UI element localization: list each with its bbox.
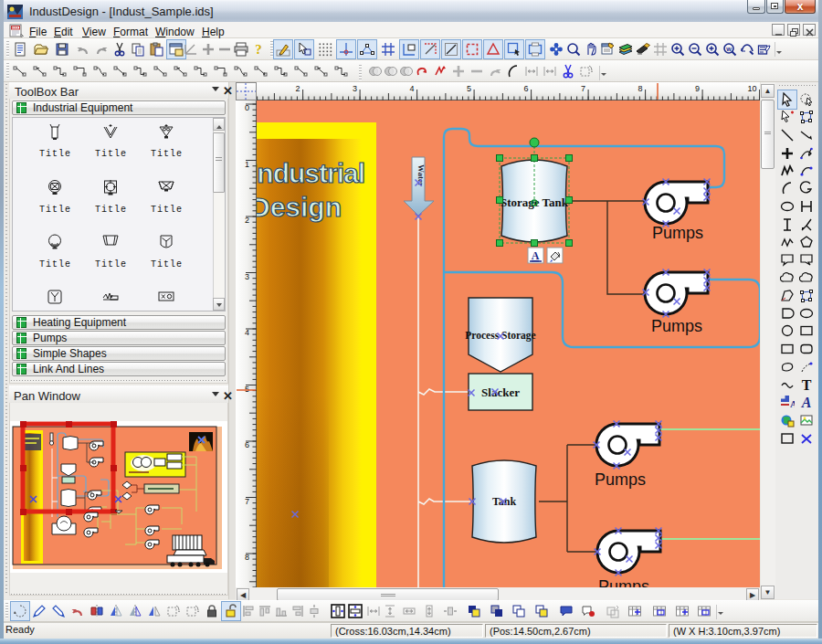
svg-text:Pumps: Pumps	[595, 470, 646, 489]
svg-text:8: 8	[245, 553, 249, 562]
svg-text:A: A	[532, 249, 540, 262]
svg-text:3: 3	[353, 84, 357, 93]
svg-text:Pumps: Pumps	[652, 224, 703, 242]
svg-text:4: 4	[245, 328, 249, 337]
svg-text:7: 7	[581, 84, 585, 93]
svg-text:8: 8	[638, 84, 643, 93]
svg-text:A: A	[790, 398, 795, 409]
svg-text:6: 6	[245, 440, 249, 449]
svg-text:Design: Design	[257, 192, 342, 222]
svg-text:W: W	[726, 47, 732, 52]
svg-text:5: 5	[467, 84, 471, 93]
svg-text:0: 0	[245, 103, 249, 112]
svg-text:5: 5	[245, 385, 249, 394]
svg-text:2: 2	[245, 216, 249, 225]
svg-text:Pumps: Pumps	[651, 317, 702, 335]
svg-text:4: 4	[410, 84, 415, 93]
svg-text:Tank: Tank	[492, 495, 517, 508]
svg-text:2: 2	[296, 84, 300, 93]
svg-text:1: 1	[245, 160, 249, 169]
svg-text:T: T	[802, 377, 812, 392]
svg-text:?: ?	[255, 42, 262, 57]
svg-text:6: 6	[524, 84, 529, 93]
svg-text:Slacker: Slacker	[481, 385, 520, 399]
svg-text:A: A	[801, 395, 812, 409]
svg-text:9: 9	[695, 84, 700, 93]
svg-text:7: 7	[245, 497, 249, 506]
svg-text:Pumps: Pumps	[598, 577, 649, 587]
svg-text:3: 3	[245, 272, 249, 281]
svg-text:Industrial: Industrial	[257, 158, 364, 188]
svg-text:10: 10	[748, 84, 757, 93]
